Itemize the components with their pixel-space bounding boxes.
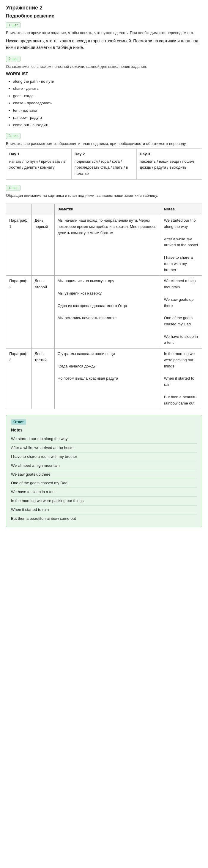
paragraph-cell: Параграф 3 bbox=[6, 348, 32, 409]
col-paragraph bbox=[6, 204, 32, 215]
step-1-badge: 1 шаг bbox=[6, 22, 21, 28]
wordlist-list: along the path - по путиshare - делитьgo… bbox=[6, 79, 202, 128]
wordlist-item: tent - палатка bbox=[13, 107, 202, 114]
wordlist-item: chase - преследовать bbox=[13, 100, 202, 106]
wordlist-item: share - делить bbox=[13, 86, 202, 92]
day2-content: подниматься / гора / коза / преследовать… bbox=[75, 159, 134, 177]
answer-item: We started our trip along the way bbox=[11, 435, 197, 444]
wordlist-item: along the path - по пути bbox=[13, 79, 202, 85]
paragraph-cell: Параграф 2 bbox=[6, 276, 32, 348]
notes-en-cell: In the morning we were packing our thing… bbox=[161, 348, 202, 409]
answer-item: We climbed a high mountain bbox=[11, 461, 197, 470]
day1-label: Day 1 bbox=[9, 151, 68, 157]
answer-notes-title: Notes bbox=[11, 428, 197, 432]
table-row: Параграф 1День первыйМы начали наш поход… bbox=[6, 215, 202, 276]
day2-col: Day 2 подниматься / гора / коза / пресле… bbox=[72, 149, 137, 179]
col-day bbox=[31, 204, 54, 215]
step-3-badge: 3 шаг bbox=[6, 133, 21, 139]
answer-item: I have to share a room with my brother bbox=[11, 453, 197, 461]
day2-label: Day 2 bbox=[75, 151, 134, 157]
day-plan: Day 1 начать / по пути / прибывать / в х… bbox=[6, 149, 202, 180]
day1-content: начать / по пути / прибывать / в хостел … bbox=[9, 159, 68, 171]
solution-title: Подробное решение bbox=[6, 13, 202, 19]
exercise-title: Упражнение 2 bbox=[6, 5, 202, 11]
table-row: Параграф 3День третийС утра мы паковали … bbox=[6, 348, 202, 409]
answer-label: Ответ bbox=[11, 419, 26, 425]
answer-item: We saw goats up there bbox=[11, 470, 197, 479]
day3-label: Day 3 bbox=[140, 151, 199, 157]
step-4-text: Обращая внимание на картинки и план под … bbox=[6, 193, 202, 198]
col-notes-ru: Заметки bbox=[54, 204, 161, 215]
col-notes-en: Notes bbox=[161, 204, 202, 215]
step-1-text: Внимательно прочитаем задание, чтобы пон… bbox=[6, 30, 202, 36]
notes-en-cell: We climbed a high mountainWe saw goats u… bbox=[161, 276, 202, 348]
answer-item: One of the goats chased my Dad bbox=[11, 479, 197, 488]
step-1: 1 шаг Внимательно прочитаем задание, что… bbox=[6, 22, 202, 51]
paragraph-cell: Параграф 1 bbox=[6, 215, 32, 276]
wordlist-item: come out - выходить bbox=[13, 122, 202, 128]
step-3: 3 шаг Внимательно рассмотрим изображения… bbox=[6, 133, 202, 180]
wordlist: WORDLIST along the path - по путиshare -… bbox=[6, 71, 202, 128]
answer-item: When it started to rain bbox=[11, 505, 197, 515]
step-1-task: Нужно представить, что ты ходил в поход … bbox=[6, 38, 202, 51]
step-2-badge: 2 шаг bbox=[6, 56, 21, 62]
answer-list: We started our trip along the wayAfter a… bbox=[11, 435, 197, 523]
day3-content: паковать / наши вещи / пошел дождь / рад… bbox=[140, 159, 199, 171]
answer-item: But then a beautiful rainbow came out bbox=[11, 515, 197, 523]
day3-col: Day 3 паковать / наши вещи / пошел дождь… bbox=[137, 149, 202, 179]
day1-col: Day 1 начать / по пути / прибывать / в х… bbox=[6, 149, 72, 179]
notes-ru-cell: С утра мы паковали наши вещиКогда началс… bbox=[54, 348, 161, 409]
day-cell: День первый bbox=[31, 215, 54, 276]
table-row: Параграф 2День второйМы поднялись на выс… bbox=[6, 276, 202, 348]
day-cell: День третий bbox=[31, 348, 54, 409]
step-2-text: Ознакомимся со списком полезной лексики,… bbox=[6, 64, 202, 70]
step-3-text: Внимательно рассмотрим изображения и пла… bbox=[6, 141, 202, 147]
main-table-body: Параграф 1День первыйМы начали наш поход… bbox=[6, 215, 202, 409]
day-cell: День второй bbox=[31, 276, 54, 348]
wordlist-title: WORDLIST bbox=[6, 71, 202, 76]
answer-item: After a while, we arrived at the hostel bbox=[11, 444, 197, 453]
wordlist-item: rainbow - радуга bbox=[13, 115, 202, 121]
step-2: 2 шаг Ознакомимся со списком полезной ле… bbox=[6, 56, 202, 128]
answer-section: Ответ Notes We started our trip along th… bbox=[6, 415, 202, 527]
answer-item: We have to sleep in a tent bbox=[11, 488, 197, 497]
notes-en-cell: We started our trip along the wayAfter a… bbox=[161, 215, 202, 276]
step-4: 4 шаг Обращая внимание на картинки и пла… bbox=[6, 185, 202, 198]
main-table: Заметки Notes Параграф 1День первыйМы на… bbox=[6, 204, 202, 409]
step-4-badge: 4 шаг bbox=[6, 185, 21, 191]
answer-item: In the morning we were packing our thing… bbox=[11, 497, 197, 505]
notes-ru-cell: Мы начали наш поход по направлению пути.… bbox=[54, 215, 161, 276]
wordlist-item: goat - когда bbox=[13, 93, 202, 99]
notes-ru-cell: Мы поднялись на высокую горуМы увидели к… bbox=[54, 276, 161, 348]
